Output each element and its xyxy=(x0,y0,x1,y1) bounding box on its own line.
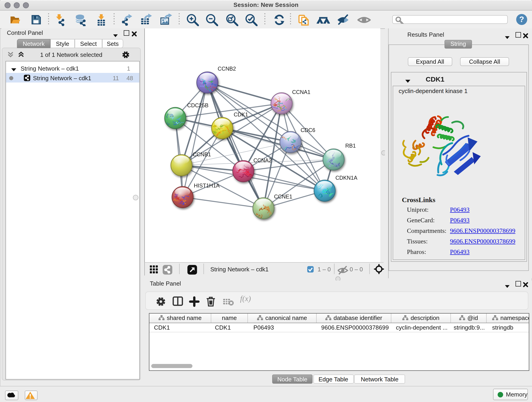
svg-text:CDK1: CDK1 xyxy=(234,112,248,118)
svg-text:CCNB2: CCNB2 xyxy=(218,66,236,72)
svg-text:RB1: RB1 xyxy=(345,143,356,149)
svg-text:CCNB1: CCNB1 xyxy=(193,152,211,157)
svg-text:CDC6: CDC6 xyxy=(301,127,315,133)
svg-text:CDC25B: CDC25B xyxy=(187,102,209,108)
svg-text:CCNE1: CCNE1 xyxy=(274,194,292,200)
svg-text:CDKN1A: CDKN1A xyxy=(336,175,357,181)
svg-text:HIST1H1A: HIST1H1A xyxy=(194,183,220,189)
svg-text:CCNA1: CCNA1 xyxy=(292,89,310,95)
svg-text:?: ? xyxy=(519,15,524,24)
svg-text:CCNA2: CCNA2 xyxy=(253,157,272,163)
